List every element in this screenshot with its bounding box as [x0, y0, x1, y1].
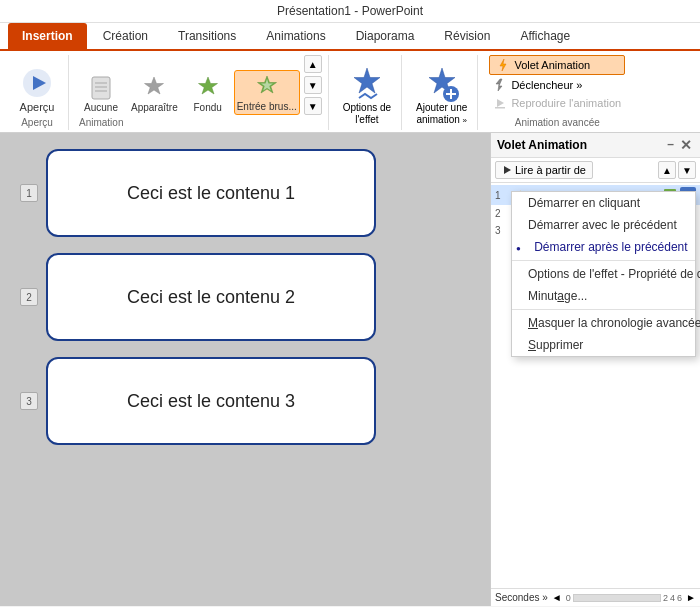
- animation-apparaitre-button[interactable]: Apparaître: [127, 72, 182, 115]
- content-box-2[interactable]: Ceci est le contenu 2: [46, 253, 376, 341]
- tab-animations[interactable]: Animations: [252, 23, 339, 49]
- svg-rect-18: [495, 107, 505, 109]
- ribbon-group-options: Options del'effet: [333, 55, 402, 130]
- volet-close-button[interactable]: ✕: [678, 137, 694, 153]
- aucune-label: Aucune: [84, 102, 118, 113]
- nav-down-button[interactable]: ▼: [678, 161, 696, 179]
- ribbon-content: Aperçu Aperçu Aucune: [0, 51, 700, 133]
- reproduire-button[interactable]: Reproduire l'animation: [489, 95, 625, 111]
- animation-aucune-button[interactable]: Aucune: [79, 72, 123, 115]
- ctx-masquer[interactable]: Masquer la chronologie avancée: [512, 312, 695, 334]
- ctx-demarrer-precedent[interactable]: Démarrer avec le précédent: [512, 214, 695, 236]
- animation-scroll-down[interactable]: ▼: [304, 76, 322, 94]
- ajouter-animation-button[interactable]: Ajouter uneanimation »: [412, 64, 471, 128]
- title-bar: Présentation1 - PowerPoint: [0, 0, 700, 23]
- declencheur-label: Déclencheur »: [511, 79, 582, 91]
- ribbon-group-avancee: Volet Animation Déclencheur » Reproduire…: [482, 55, 632, 130]
- slide-num-2: 2: [20, 288, 38, 306]
- apparaitre-icon: [142, 74, 166, 102]
- volet-header: Volet Animation – ✕: [491, 133, 700, 158]
- fondu-label: Fondu: [194, 102, 222, 113]
- animation-entree-button[interactable]: Entrée brus...: [234, 70, 300, 115]
- timeline-area: 0 2 4 6: [566, 593, 682, 603]
- nav-up-button[interactable]: ▲: [658, 161, 676, 179]
- animation-fondu-button[interactable]: Fondu: [186, 72, 230, 115]
- anim-num-3: 3: [495, 225, 511, 236]
- svg-marker-6: [145, 77, 164, 94]
- declencheur-button[interactable]: Déclencheur »: [489, 77, 586, 93]
- apercu-icon: [19, 65, 55, 101]
- play-label: Lire à partir de: [515, 164, 586, 176]
- ctx-label-3: Démarrer après le précédent: [534, 240, 687, 254]
- volet-title: Volet Animation: [497, 138, 587, 152]
- tab-transitions[interactable]: Transitions: [164, 23, 250, 49]
- animation-expand[interactable]: ▼: [304, 97, 322, 115]
- tab-affichage[interactable]: Affichage: [506, 23, 584, 49]
- play-button[interactable]: Lire à partir de: [495, 161, 593, 179]
- ribbon-group-animation: Aucune Apparaître Fondu: [73, 55, 329, 130]
- content-text-2: Ceci est le contenu 2: [127, 287, 295, 308]
- options-effet-button[interactable]: Options del'effet: [339, 64, 395, 128]
- animation-scroll-up[interactable]: ▲: [304, 55, 322, 73]
- volet-animation-panel: Volet Animation – ✕ Lire à partir de ▲ ▼: [490, 133, 700, 606]
- apparaitre-label: Apparaître: [131, 102, 178, 113]
- ctx-sep-2: [512, 309, 695, 310]
- tick-0: 0: [566, 593, 571, 603]
- tab-diaporama[interactable]: Diaporama: [342, 23, 429, 49]
- svg-marker-7: [198, 77, 217, 94]
- footer-left-arrow[interactable]: ◄: [552, 592, 562, 603]
- svg-marker-15: [500, 59, 506, 71]
- tick-6: 6: [677, 593, 682, 603]
- ajouter-icon: [424, 66, 460, 102]
- ctx-label-1: Démarrer en cliquant: [528, 196, 640, 210]
- ribbon-group-ajouter: Ajouter uneanimation »: [406, 55, 478, 130]
- ribbon-tabs: Insertion Création Transitions Animation…: [0, 23, 700, 51]
- ctx-label-5: Minutage...: [528, 289, 587, 303]
- slide-num-1: 1: [20, 184, 38, 202]
- animation-group-label: Animation: [79, 117, 322, 128]
- ctx-label-6: Masquer la chronologie avancée: [528, 316, 700, 330]
- animation-items: Aucune Apparaître Fondu: [79, 55, 322, 115]
- ctx-minutage[interactable]: Minutage...: [512, 285, 695, 307]
- fondu-icon: [196, 74, 220, 102]
- footer-right-arrow[interactable]: ►: [686, 592, 696, 603]
- ctx-demarrer-cliquant[interactable]: Démarrer en cliquant: [512, 192, 695, 214]
- tab-insertion[interactable]: Insertion: [8, 23, 87, 49]
- volet-minimize-button[interactable]: –: [667, 137, 674, 153]
- timeline-bar[interactable]: [573, 594, 661, 602]
- time-unit-label[interactable]: Secondes »: [495, 592, 548, 603]
- ajouter-label: Ajouter uneanimation »: [416, 102, 467, 126]
- volet-toolbar: Lire à partir de ▲ ▼: [491, 158, 700, 183]
- ctx-demarrer-apres[interactable]: Démarrer après le précédent: [512, 236, 695, 258]
- svg-marker-16: [496, 79, 502, 91]
- content-text-3: Ceci est le contenu 3: [127, 391, 295, 412]
- content-box-3[interactable]: Ceci est le contenu 3: [46, 357, 376, 445]
- slide-area: 1 Ceci est le contenu 1 2 Ceci est le co…: [0, 133, 490, 606]
- apercu-group-label: Aperçu: [21, 117, 53, 128]
- volet-footer: Secondes » ◄ 0 2 4 6 ►: [491, 588, 700, 606]
- aucune-icon: [89, 74, 113, 102]
- options-items: Options del'effet: [339, 55, 395, 128]
- options-icon: [349, 66, 385, 102]
- ctx-sep-1: [512, 260, 695, 261]
- avancee-items: Volet Animation Déclencheur » Reproduire…: [489, 55, 625, 115]
- apercu-button[interactable]: Aperçu: [12, 63, 62, 115]
- tab-revision[interactable]: Révision: [430, 23, 504, 49]
- content-text-1: Ceci est le contenu 1: [127, 183, 295, 204]
- ctx-label-7: Supprimer: [528, 338, 583, 352]
- ctx-supprimer[interactable]: Supprimer: [512, 334, 695, 356]
- options-label: Options del'effet: [343, 102, 391, 126]
- anim-num-2: 2: [495, 208, 511, 219]
- ctx-options-effet[interactable]: Options de l'effet - Propriété de couleu…: [512, 263, 695, 285]
- svg-marker-19: [504, 166, 511, 174]
- volet-nav-btns: ▲ ▼: [658, 161, 696, 179]
- ajouter-items: Ajouter uneanimation »: [412, 55, 471, 128]
- main-area: 1 Ceci est le contenu 1 2 Ceci est le co…: [0, 133, 700, 606]
- volet-animation-button[interactable]: Volet Animation: [489, 55, 625, 75]
- tick-4: 4: [670, 593, 675, 603]
- tab-creation[interactable]: Création: [89, 23, 162, 49]
- slide-row-3: 3 Ceci est le contenu 3: [20, 357, 470, 445]
- content-box-1[interactable]: Ceci est le contenu 1: [46, 149, 376, 237]
- entree-icon: [255, 73, 279, 101]
- animation-scroll-btns: ▲ ▼ ▼: [304, 55, 322, 115]
